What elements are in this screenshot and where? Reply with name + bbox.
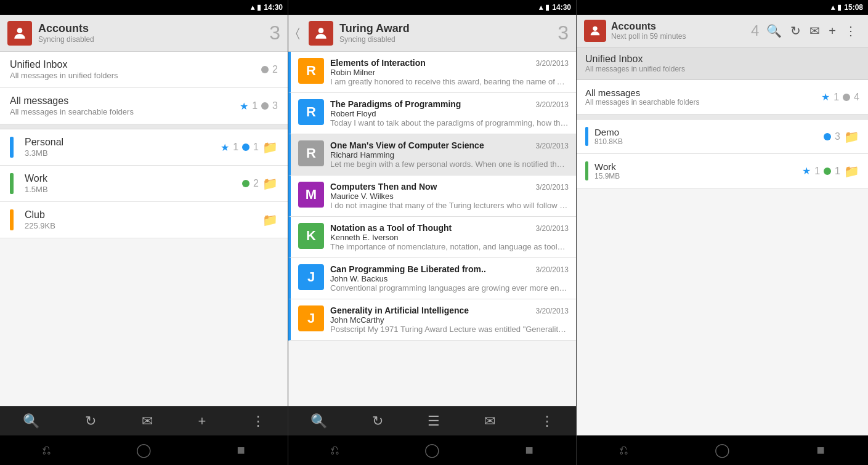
left-unified-inbox-item[interactable]: Unified Inbox All messages in unified fo… xyxy=(0,52,288,88)
email-item-6[interactable]: J Generality in Artificial Intelligence … xyxy=(288,299,576,341)
right-all-messages-item[interactable]: All messages All messages in searchable … xyxy=(577,80,868,115)
right-demo-color-bar xyxy=(585,127,588,146)
right-demo-count: 3 xyxy=(835,131,840,142)
left-time: 14:30 xyxy=(264,3,283,12)
middle-back-icon[interactable]: 〈 xyxy=(296,26,300,40)
middle-back-nav-icon[interactable]: ⎌ xyxy=(326,437,344,463)
left-personal-item[interactable]: Personal 3.3MB ★ 1 1 📁 xyxy=(0,129,288,166)
right-panel: ▴ ▮ 15:08 Accounts Next poll in 59 minut… xyxy=(577,0,868,465)
left-more-icon[interactable]: ⋮ xyxy=(241,408,275,434)
right-home-nav-icon[interactable]: ◯ xyxy=(710,437,735,463)
email-item-4[interactable]: K Notation as a Tool of Thought 3/20/201… xyxy=(288,217,576,258)
svg-point-2 xyxy=(593,26,597,31)
left-unified-inbox-title: Unified Inbox xyxy=(10,59,255,70)
email-from-1: Robert Floyd xyxy=(330,109,569,118)
left-personal-folder-icon: 📁 xyxy=(262,140,278,155)
right-add-btn[interactable]: + xyxy=(825,20,840,42)
left-home-nav-icon[interactable]: ◯ xyxy=(131,437,156,463)
right-all-messages-title: All messages xyxy=(585,87,821,98)
left-status-bar: ▴ ▮ 14:30 xyxy=(0,0,288,15)
left-all-messages-count: 3 xyxy=(272,100,278,111)
email-subject-5: Can Programming Be Liberated from.. xyxy=(330,264,486,274)
email-avatar-2: R xyxy=(298,140,324,166)
left-compose-icon[interactable]: ✉ xyxy=(132,408,163,434)
middle-compose-icon[interactable]: ✉ xyxy=(474,408,505,434)
left-header: Accounts Syncing disabled 3 xyxy=(0,15,288,52)
right-unified-inbox-subtitle: All messages in unified folders xyxy=(585,65,859,73)
left-unified-inbox-subtitle: All messages in unified folders xyxy=(10,71,255,80)
left-wifi-icon: ▴ xyxy=(251,3,254,12)
left-all-messages-subtitle: All messages in searchable folders xyxy=(10,107,233,116)
left-search-icon[interactable]: 🔍 xyxy=(13,408,49,434)
right-work-star: ★ xyxy=(802,165,811,177)
middle-account-icon xyxy=(309,21,333,46)
left-recents-nav-icon[interactable]: ■ xyxy=(232,437,249,463)
left-personal-star-icon: ★ xyxy=(221,142,229,153)
middle-recents-nav-icon[interactable]: ■ xyxy=(520,437,538,463)
left-work-dot xyxy=(242,180,249,187)
middle-battery-icon: ▮ xyxy=(545,3,550,12)
left-work-folder-icon: 📁 xyxy=(262,176,278,191)
right-demo-item[interactable]: Demo 810.8KB 3 📁 xyxy=(577,119,868,154)
left-all-messages-item[interactable]: All messages All messages in searchable … xyxy=(0,88,288,124)
right-recents-nav-icon[interactable]: ■ xyxy=(811,437,829,463)
left-unified-inbox-count: 2 xyxy=(272,64,278,75)
email-avatar-4: K xyxy=(298,223,324,249)
email-subject-4: Notation as a Tool of Thought xyxy=(330,223,452,233)
right-unified-inbox-title: Unified Inbox xyxy=(585,54,859,65)
middle-refresh-icon[interactable]: ↻ xyxy=(362,408,393,434)
left-personal-size: 3.3MB xyxy=(25,148,214,158)
left-personal-color-bar xyxy=(10,137,14,158)
email-subject-3: Computers Then and Now xyxy=(330,182,437,192)
email-date-5: 3/20/2013 xyxy=(536,265,569,274)
left-header-subtitle: Syncing disabled xyxy=(38,35,94,44)
right-back-nav-icon[interactable]: ⎌ xyxy=(615,437,633,463)
email-date-6: 3/20/2013 xyxy=(536,307,569,315)
right-unified-inbox-item[interactable]: Unified Inbox All messages in unified fo… xyxy=(577,47,868,80)
right-compose-btn[interactable]: ✉ xyxy=(806,20,824,42)
email-date-4: 3/20/2013 xyxy=(536,224,569,233)
email-preview-6: Postscript My 1971 Turing Award Lecture … xyxy=(330,325,569,334)
right-demo-dot xyxy=(824,133,831,140)
left-all-messages-title: All messages xyxy=(10,95,233,107)
right-refresh-btn[interactable]: ↻ xyxy=(787,20,805,42)
email-item-2[interactable]: R One Man's View of Computer Science 3/2… xyxy=(288,134,576,176)
right-header-subtitle: Next poll in 59 minutes xyxy=(611,32,746,41)
email-item-3[interactable]: M Computers Then and Now 3/20/2013 Mauri… xyxy=(288,176,576,217)
left-refresh-icon[interactable]: ↻ xyxy=(75,408,106,434)
middle-header: 〈 Turing Award Syncing disabled 3 xyxy=(288,15,576,52)
left-work-title: Work xyxy=(25,173,236,184)
left-list-section: Unified Inbox All messages in unified fo… xyxy=(0,52,288,406)
left-all-messages-dot xyxy=(261,102,269,110)
middle-header-subtitle: Syncing disabled xyxy=(339,35,410,44)
left-work-item[interactable]: Work 1.5MB 2 📁 xyxy=(0,166,288,202)
right-all-messages-star-count: 1 xyxy=(834,92,839,103)
left-add-icon[interactable]: + xyxy=(188,408,216,434)
email-preview-0: I am greatly honored to receive this awa… xyxy=(330,77,569,86)
middle-email-list: R Elements of Interaction 3/20/2013 Robi… xyxy=(288,52,576,406)
left-back-nav-icon[interactable]: ⎌ xyxy=(38,437,55,463)
middle-more-icon[interactable]: ⋮ xyxy=(530,408,564,434)
email-item-0[interactable]: R Elements of Interaction 3/20/2013 Robi… xyxy=(288,52,576,93)
right-search-btn[interactable]: 🔍 xyxy=(763,20,785,42)
left-club-item[interactable]: Club 225.9KB 📁 xyxy=(0,202,288,238)
left-work-count: 2 xyxy=(253,178,259,189)
left-battery-icon: ▮ xyxy=(257,3,261,12)
right-more-btn[interactable]: ⋮ xyxy=(841,20,861,42)
middle-nav-bar: ⎌ ◯ ■ xyxy=(288,435,576,465)
left-club-size: 225.9KB xyxy=(25,221,256,230)
right-demo-size: 810.8KB xyxy=(594,137,824,146)
email-item-5[interactable]: J Can Programming Be Liberated from.. 3/… xyxy=(288,258,576,299)
left-all-messages-star-count: 1 xyxy=(252,100,258,111)
right-demo-title: Demo xyxy=(594,127,824,137)
email-item-1[interactable]: R The Paradigms of Programming 3/20/2013… xyxy=(288,93,576,134)
right-work-item[interactable]: Work 15.9MB ★ 1 1 📁 xyxy=(577,154,868,188)
middle-home-nav-icon[interactable]: ◯ xyxy=(420,437,445,463)
left-personal-star-count: 1 xyxy=(233,142,238,153)
right-count: 4 xyxy=(751,22,759,39)
right-battery-icon: ▮ xyxy=(837,3,842,12)
middle-bottom-bar: 🔍 ↻ ☰ ✉ ⋮ xyxy=(288,406,576,435)
middle-search-icon[interactable]: 🔍 xyxy=(301,408,337,434)
left-club-color-bar xyxy=(10,209,14,230)
middle-filter-icon[interactable]: ☰ xyxy=(418,408,450,434)
